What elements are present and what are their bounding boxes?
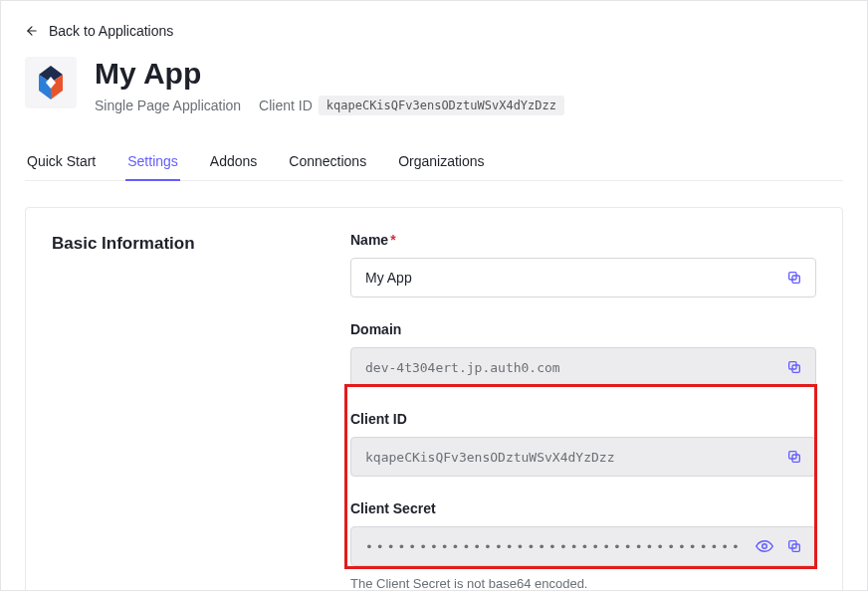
client-secret-helper: The Client Secret is not base64 encoded. bbox=[350, 576, 816, 591]
copy-icon bbox=[786, 449, 802, 465]
client-secret-input[interactable] bbox=[350, 526, 816, 566]
form-area: Name* Domain bbox=[350, 232, 816, 591]
app-frame: Back to Applications My App Single Page … bbox=[0, 0, 868, 591]
copy-name-button[interactable] bbox=[780, 264, 808, 292]
client-id-chip-value: kqapeCKisQFv3ensODztuWSvX4dYzDzz bbox=[319, 96, 564, 115]
domain-input[interactable] bbox=[350, 347, 816, 387]
field-domain: Domain bbox=[350, 321, 816, 387]
required-asterisk: * bbox=[390, 232, 395, 248]
copy-client-id-button[interactable] bbox=[780, 443, 808, 471]
copy-icon bbox=[786, 538, 802, 554]
tab-addons[interactable]: Addons bbox=[208, 143, 259, 180]
arrow-left-icon bbox=[25, 24, 39, 38]
app-logo-icon bbox=[25, 57, 77, 108]
app-subtitle-row: Single Page Application Client ID kqapeC… bbox=[95, 96, 564, 115]
reveal-client-secret-button[interactable] bbox=[751, 532, 778, 560]
field-client-secret: Client Secret The Client Secret is not b… bbox=[350, 500, 816, 591]
back-to-applications-link[interactable]: Back to Applications bbox=[25, 23, 843, 39]
client-id-chip-label: Client ID bbox=[259, 98, 313, 113]
client-id-input[interactable] bbox=[350, 437, 816, 477]
client-id-label: Client ID bbox=[350, 411, 816, 427]
client-secret-label: Client Secret bbox=[350, 500, 816, 516]
name-input[interactable] bbox=[350, 258, 816, 297]
name-label: Name* bbox=[350, 232, 816, 248]
tab-quick-start[interactable]: Quick Start bbox=[25, 143, 98, 180]
svg-point-11 bbox=[762, 544, 767, 549]
domain-label: Domain bbox=[350, 321, 816, 337]
copy-icon bbox=[786, 359, 802, 375]
client-id-chip: Client ID kqapeCKisQFv3ensODztuWSvX4dYzD… bbox=[259, 96, 564, 115]
tab-settings[interactable]: Settings bbox=[125, 143, 180, 181]
tabs: Quick Start Settings Addons Connections … bbox=[25, 143, 843, 181]
basic-info-card: Basic Information Name* Domain bbox=[25, 207, 843, 591]
field-name: Name* bbox=[350, 232, 816, 297]
copy-domain-button[interactable] bbox=[780, 353, 808, 381]
app-header: My App Single Page Application Client ID… bbox=[25, 57, 843, 115]
copy-client-secret-button[interactable] bbox=[780, 532, 808, 560]
back-label: Back to Applications bbox=[49, 23, 173, 39]
eye-icon bbox=[756, 537, 773, 555]
copy-icon bbox=[786, 270, 802, 286]
tab-organizations[interactable]: Organizations bbox=[396, 143, 486, 180]
tab-connections[interactable]: Connections bbox=[287, 143, 368, 180]
app-title-block: My App Single Page Application Client ID… bbox=[95, 57, 564, 115]
page: Back to Applications My App Single Page … bbox=[1, 1, 867, 591]
field-client-id: Client ID bbox=[350, 411, 816, 477]
app-type-label: Single Page Application bbox=[95, 98, 241, 113]
app-title: My App bbox=[95, 57, 564, 90]
